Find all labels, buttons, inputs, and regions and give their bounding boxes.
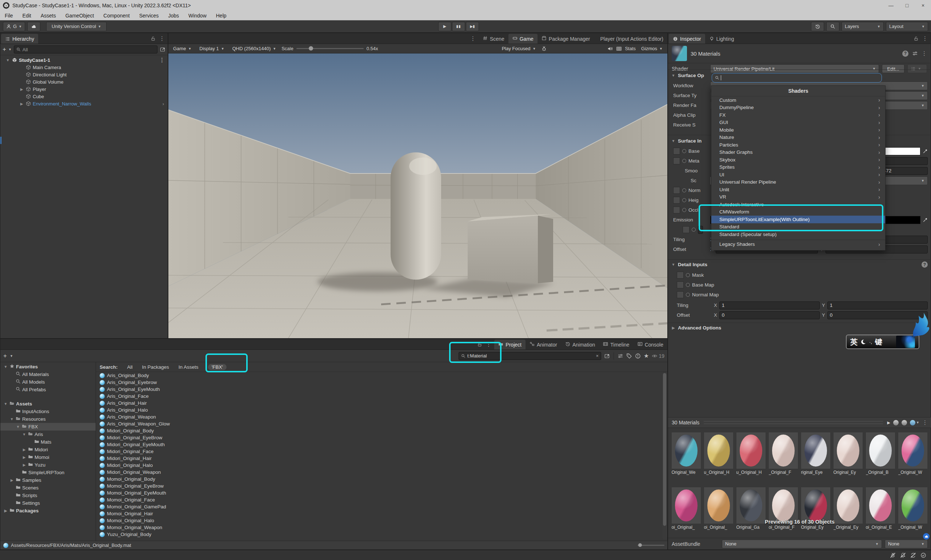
vsync-grid-icon[interactable] — [616, 46, 622, 52]
account-button[interactable]: G ▼ — [3, 22, 25, 31]
chevron-down-icon[interactable]: ▼ — [10, 354, 13, 358]
shader-menu-item[interactable]: Legacy Shaders › — [711, 240, 885, 249]
asset-row[interactable]: Aris_Original_Halo — [96, 406, 667, 414]
foldout-arrow[interactable]: ▼ — [22, 432, 26, 436]
asset-row[interactable]: Midori_Original_Hair — [96, 455, 667, 462]
material-preview-tile[interactable]: u_Original_H — [704, 432, 734, 475]
scope-in-assets[interactable]: In Assets — [179, 365, 199, 370]
create-add-button[interactable]: + — [3, 46, 6, 53]
bottom-tab[interactable]: Project — [494, 340, 526, 349]
assetbundle-variant-dropdown[interactable]: None▼ — [885, 540, 928, 548]
foldout-arrow[interactable]: ▼ — [9, 417, 14, 421]
prefab-open-chevron[interactable]: › — [163, 101, 164, 106]
cloud-sync-badge[interactable] — [923, 533, 929, 540]
shader-search-input[interactable] — [712, 73, 882, 83]
asset-row[interactable]: Aris_Original_Weapon_Glow — [96, 420, 667, 427]
pick-window-icon[interactable] — [160, 46, 165, 52]
project-search-input[interactable]: t:Material × — [459, 352, 601, 360]
game-display-mode-dropdown[interactable]: Game▼ — [171, 45, 194, 52]
eyedropper-icon[interactable] — [923, 217, 928, 223]
search-saved-icon[interactable] — [635, 353, 641, 359]
bottom-tab[interactable]: Animation — [561, 340, 599, 349]
asset-row[interactable]: Aris_Original_Body — [96, 372, 667, 379]
detail-offset-y-field[interactable]: 0 — [827, 311, 928, 319]
close-button[interactable]: × — [915, 0, 931, 11]
menu-item[interactable]: Help — [211, 13, 231, 18]
create-add-button[interactable]: + — [3, 352, 7, 360]
step-button[interactable]: ▶▮ — [466, 22, 479, 31]
layers-dropdown[interactable]: Layers▼ — [842, 22, 884, 31]
tab-hierarchy[interactable]: Hierarchy — [1, 34, 38, 44]
asset-row[interactable]: Aris_Original_Hair — [96, 400, 667, 406]
preview-menu-icon[interactable]: ⋮ — [922, 419, 928, 426]
asset-row[interactable]: Midori_Original_Body — [96, 427, 667, 434]
search-filter-pill[interactable]: 'FBX' — [208, 364, 226, 370]
asset-row[interactable]: Yuzu_Original_Body — [96, 531, 667, 538]
play-focused-dropdown[interactable]: Play Focused▼ — [499, 45, 539, 52]
eyedropper-icon[interactable] — [923, 149, 928, 154]
panel-menu-icon[interactable]: ⋮ — [470, 35, 476, 42]
shader-menu-item[interactable]: Autodesk Interactive — [711, 201, 885, 208]
hierarchy-search-input[interactable]: All — [14, 45, 157, 54]
tree-item[interactable]: ▼ Assets — [0, 400, 95, 408]
lock-icon[interactable] — [477, 342, 482, 347]
preview-lighting-icon[interactable] — [902, 420, 907, 425]
scene-menu-icon[interactable]: ⋮ — [159, 57, 165, 63]
tab-lighting[interactable]: Lighting — [705, 34, 738, 44]
menu-item[interactable]: Services — [135, 13, 164, 18]
detail-tiling-x-field[interactable]: 1 — [719, 302, 820, 309]
shader-menu-item[interactable]: FX › — [711, 111, 885, 119]
tree-item[interactable]: SimpleURPToon — [0, 469, 95, 476]
material-preview-tile[interactable]: riginal_Eye — [801, 432, 831, 475]
texture-slot[interactable] — [673, 206, 680, 214]
hierarchy-scene-row[interactable]: ▼ StudyCase1-1 ⋮ — [0, 56, 168, 64]
scope-in-packages[interactable]: In Packages — [142, 365, 169, 370]
foldout-arrow[interactable]: ▶ — [3, 509, 8, 513]
scale-slider[interactable] — [296, 48, 364, 49]
list-scrollbar[interactable] — [662, 372, 667, 540]
tree-item[interactable]: ▶ Yuzu — [0, 461, 95, 469]
material-preview-tile[interactable]: u_Original_H — [736, 432, 766, 475]
material-preview-tile[interactable]: Original_We — [672, 432, 702, 475]
shader-menu-item[interactable]: Mobile › — [711, 126, 885, 134]
game-viewport[interactable] — [168, 54, 667, 338]
help-icon[interactable]: ? — [922, 262, 928, 268]
tree-item[interactable]: ▶ Packages — [0, 507, 95, 515]
mute-bell-icon[interactable] — [898, 551, 908, 559]
panel-menu-icon[interactable]: ⋮ — [922, 35, 928, 42]
hierarchy-item[interactable]: Global Volume — [0, 78, 168, 85]
shader-menu-item[interactable]: SimpleURPToonLitExample(With Outline) — [711, 215, 885, 223]
hierarchy-item[interactable]: ▶ Player — [0, 85, 168, 93]
tree-item[interactable]: All Models — [0, 378, 95, 386]
tree-item[interactable]: ▼ Resources — [0, 415, 95, 423]
texture-slot[interactable] — [677, 282, 684, 288]
shader-menu-item[interactable]: Standard (Specular setup) — [711, 231, 885, 238]
search-by-type-icon[interactable] — [617, 353, 623, 359]
shader-menu-item[interactable]: CMWaveform — [711, 208, 885, 216]
tree-item[interactable]: Scenes — [0, 484, 95, 492]
foldout-arrow[interactable]: ▼ — [15, 425, 20, 429]
asset-row[interactable]: Momoi_Original_EyeBrow — [96, 483, 667, 489]
view-tab[interactable]: Game — [508, 34, 537, 44]
lock-icon[interactable] — [914, 36, 919, 41]
asset-row[interactable]: Momoi_Original_GamePad — [96, 503, 667, 510]
lock-icon[interactable] — [151, 36, 155, 41]
hierarchy-item[interactable]: Cube — [0, 93, 168, 100]
shader-menu-item[interactable]: VR › — [711, 194, 885, 201]
tree-item[interactable]: Settings — [0, 499, 95, 507]
shader-menu-item[interactable]: Custom › — [711, 96, 885, 104]
version-control-button[interactable]: Unity Version Control ▼ — [46, 22, 106, 31]
maximize-button[interactable]: □ — [899, 0, 915, 11]
asset-row[interactable]: Momoi_Original_Body — [96, 475, 667, 483]
tree-item[interactable]: ▼ Aris — [0, 431, 95, 438]
asset-row[interactable]: Momoi_Original_Face — [96, 496, 667, 503]
tree-item[interactable]: All Prefabs — [0, 386, 95, 394]
display-target-dropdown[interactable]: Display 1▼ — [197, 45, 226, 52]
foldout-arrow[interactable]: ▶ — [22, 463, 26, 467]
favorite-search-star-icon[interactable]: ★ — [644, 352, 649, 359]
asset-row[interactable]: Midori_Original_EyeMouth — [96, 441, 667, 448]
foldout-arrow[interactable]: ▶ — [9, 478, 14, 482]
asset-row[interactable]: Midori_Original_EyeBrow — [96, 434, 667, 441]
texture-slot[interactable] — [677, 272, 684, 278]
texture-slot[interactable] — [673, 157, 680, 165]
